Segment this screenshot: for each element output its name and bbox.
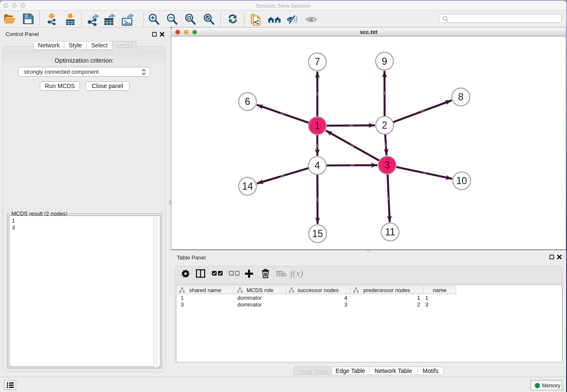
svg-text:4: 4 [315,160,320,171]
svg-text:10: 10 [456,175,467,186]
svg-text:11: 11 [385,226,395,237]
svg-text:3: 3 [385,160,390,171]
svg-text:8: 8 [458,91,464,102]
svg-text:7: 7 [315,56,320,67]
svg-text:15: 15 [312,228,323,239]
svg-text:1: 1 [315,120,320,131]
svg-text:2: 2 [382,120,388,131]
svg-text:6: 6 [245,96,250,107]
svg-text:14: 14 [242,181,253,192]
svg-text:9: 9 [382,56,387,67]
